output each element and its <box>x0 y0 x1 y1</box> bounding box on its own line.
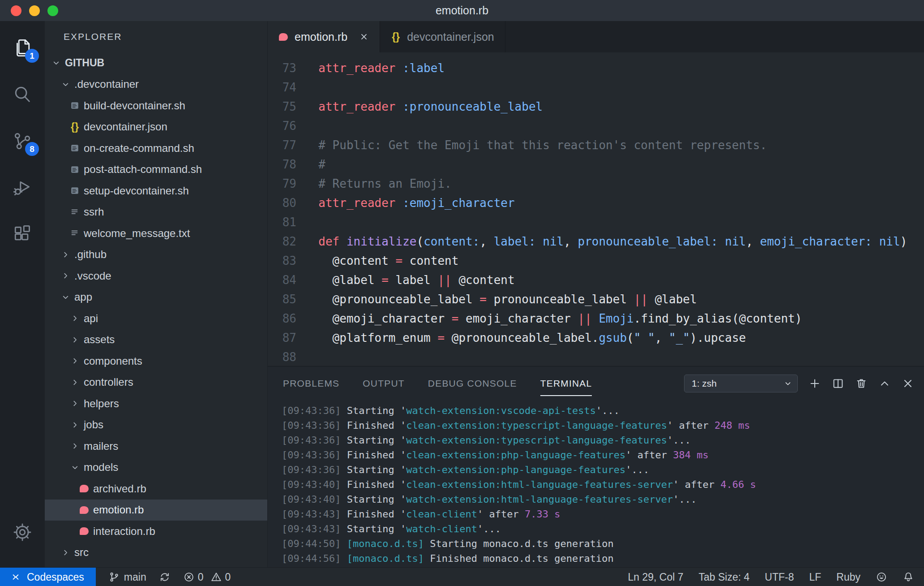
kill-terminal-button[interactable] <box>855 377 868 390</box>
code-text: @pronounceable_label = pronounceable_lab… <box>304 290 697 309</box>
chevron-right-icon <box>70 356 80 366</box>
feedback-smiley-button[interactable] <box>876 571 887 583</box>
panel-tab-debug-console[interactable]: DEBUG CONSOLE <box>428 366 517 401</box>
activity-item-search[interactable] <box>0 71 45 118</box>
tree-item-welcome-message-txt[interactable]: welcome_message.txt <box>45 223 267 244</box>
tree-item--devcontainer[interactable]: .devcontainer <box>45 74 267 95</box>
editor[interactable]: 73 attr_reader :label7475 attr_reader :p… <box>268 52 924 366</box>
tree-item-assets[interactable]: assets <box>45 329 267 351</box>
code-line[interactable]: 84 @label = label || @content <box>268 271 924 290</box>
tree-item-models[interactable]: models <box>45 457 267 478</box>
file-tree[interactable]: GITHUB.devcontainerbuild-devcontainer.sh… <box>45 52 267 567</box>
explorer-sidebar: EXPLORER GITHUB.devcontainerbuild-devcon… <box>45 21 268 567</box>
tree-item-controllers[interactable]: controllers <box>45 372 267 393</box>
code-line[interactable]: 83 @content = content <box>268 251 924 271</box>
sync-button[interactable] <box>159 571 171 583</box>
code-line[interactable]: 81 <box>268 213 924 232</box>
eol-button[interactable]: LF <box>809 571 821 583</box>
close-window-button[interactable] <box>11 5 21 16</box>
new-terminal-button[interactable] <box>808 377 821 390</box>
tree-item-app[interactable]: app <box>45 287 267 308</box>
tree-item-interaction-rb[interactable]: interaction.rb <box>45 521 267 542</box>
tree-item-devcontainer-json[interactable]: {}devcontainer.json <box>45 116 267 138</box>
activity-item-source-control[interactable]: 8 <box>0 118 45 164</box>
code-line[interactable]: 79 # Returns an Emoji. <box>268 174 924 194</box>
tree-item-github[interactable]: GITHUB <box>45 52 267 74</box>
code-line[interactable]: 73 attr_reader :label <box>268 59 924 78</box>
tree-item-post-attach-command-sh[interactable]: post-attach-command.sh <box>45 159 267 181</box>
warning-icon <box>210 571 222 583</box>
terminal-output[interactable]: [09:43:36] Starting 'watch-extension:vsc… <box>268 401 924 567</box>
notifications-bell-button[interactable] <box>903 571 914 583</box>
chevron-right-icon <box>70 378 80 387</box>
code-line[interactable]: 85 @pronounceable_label = pronounceable_… <box>268 290 924 309</box>
line-number: 79 <box>268 174 296 194</box>
plus-icon <box>808 377 821 390</box>
code-line[interactable]: 88 <box>268 348 924 366</box>
tree-item-archived-rb[interactable]: archived.rb <box>45 478 267 500</box>
codespaces-button[interactable]: Codespaces <box>0 568 96 586</box>
text-file-icon <box>70 228 80 238</box>
text-file-icon <box>70 207 80 217</box>
line-number: 86 <box>268 309 296 328</box>
minimize-window-button[interactable] <box>29 5 40 16</box>
zoom-window-button[interactable] <box>47 5 58 16</box>
close-icon[interactable] <box>359 32 369 42</box>
run-debug-icon <box>12 177 33 198</box>
tree-item-emotion-rb[interactable]: emotion.rb <box>45 500 267 521</box>
panel-tab-output[interactable]: OUTPUT <box>363 366 405 401</box>
tree-item-ssrh[interactable]: ssrh <box>45 202 267 223</box>
close-panel-button[interactable] <box>902 377 914 390</box>
split-terminal-button[interactable] <box>832 377 844 390</box>
tree-item-helpers[interactable]: helpers <box>45 393 267 414</box>
code-line[interactable]: 74 <box>268 78 924 97</box>
tree-item-on-create-command-sh[interactable]: on-create-command.sh <box>45 138 267 159</box>
panel-tab-problems[interactable]: PROBLEMS <box>283 366 339 401</box>
tree-item-label: .github <box>74 248 107 261</box>
terminal-selector-dropdown[interactable]: 1: zsh <box>684 375 798 392</box>
code-line[interactable]: 76 <box>268 116 924 136</box>
code-line[interactable]: 87 @platform_enum = @pronounceable_label… <box>268 328 924 348</box>
tree-item--github[interactable]: .github <box>45 244 267 266</box>
tree-item-mailers[interactable]: mailers <box>45 435 267 457</box>
sh-file-icon <box>70 164 80 175</box>
sync-icon <box>159 571 171 583</box>
window-controls <box>0 5 58 16</box>
terminal-line: [09:43:40] Starting 'watch-extension:htm… <box>282 492 924 507</box>
json-file-icon: {} <box>391 31 401 43</box>
activity-item-run-debug[interactable] <box>0 164 45 211</box>
chevron-right-icon <box>70 399 80 408</box>
maximize-panel-button[interactable] <box>878 377 891 390</box>
problems-button[interactable]: 0 0 <box>183 571 231 583</box>
window-title: emotion.rb <box>0 4 924 17</box>
code-line[interactable]: 86 @emoji_character = emoji_character ||… <box>268 309 924 328</box>
encoding-button[interactable]: UTF-8 <box>765 571 794 583</box>
tab-emotion-rb[interactable]: emotion.rb <box>268 21 380 52</box>
activity-item-extensions[interactable] <box>0 211 45 258</box>
tree-item-components[interactable]: components <box>45 350 267 372</box>
code-line[interactable]: 82 def initialize(content:, label: nil, … <box>268 232 924 251</box>
code-line[interactable]: 78 # <box>268 155 924 174</box>
code-line[interactable]: 77 # Public: Get the Emoji that this rea… <box>268 136 924 155</box>
code-line[interactable]: 75 attr_reader :pronounceable_label <box>268 97 924 116</box>
tree-item-build-devcontainer-sh[interactable]: build-devcontainer.sh <box>45 95 267 116</box>
sh-file-icon <box>70 185 80 196</box>
tree-item-api[interactable]: api <box>45 308 267 329</box>
code-line[interactable]: 80 attr_reader :emoji_character <box>268 194 924 213</box>
panel-tab-terminal[interactable]: TERMINAL <box>540 366 592 401</box>
tree-item-jobs[interactable]: jobs <box>45 414 267 436</box>
tree-item--vscode[interactable]: .vscode <box>45 265 267 287</box>
language-button[interactable]: Ruby <box>836 571 860 583</box>
tab-devcontainer-json[interactable]: {} devcontainer.json <box>380 21 505 52</box>
activity-item-settings[interactable] <box>0 509 45 556</box>
tree-item-setup-devcontainer-sh[interactable]: setup-devcontainer.sh <box>45 180 267 202</box>
chevron-up-icon <box>878 377 891 390</box>
branch-button[interactable]: main <box>108 571 146 583</box>
activity-item-explorer[interactable]: 1 <box>0 25 45 71</box>
tree-item-src[interactable]: src <box>45 542 267 564</box>
terminal-line: [09:44:56] [monaco.d.ts] Finished monaco… <box>282 551 924 566</box>
tab-size-button[interactable]: Tab Size: 4 <box>698 571 749 583</box>
error-count: 0 <box>198 571 204 583</box>
cursor-position-button[interactable]: Ln 29, Col 7 <box>628 571 683 583</box>
line-number: 78 <box>268 155 296 174</box>
